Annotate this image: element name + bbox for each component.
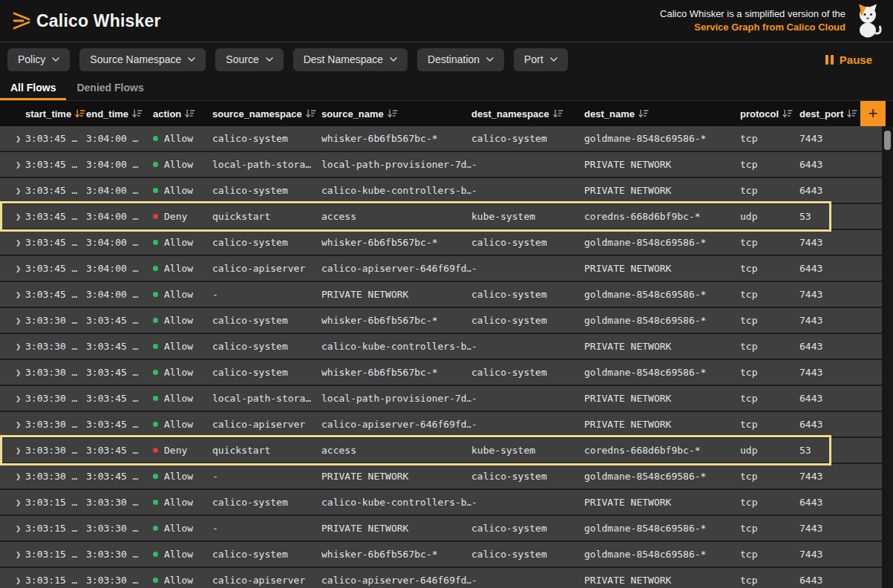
filter-dropdown-policy[interactable]: Policy [7, 48, 70, 71]
cell-dest-namespace: calico-system [471, 289, 584, 300]
sort-icon [306, 109, 316, 118]
pause-button[interactable]: Pause [821, 53, 877, 67]
cell-dest-port: 7443 [799, 237, 882, 248]
column-header-start_time[interactable]: start_time [25, 108, 86, 120]
flow-row[interactable]: ❯3:03:45 …3:04:00 …Allowcalico-systemwhi… [0, 126, 882, 151]
expand-chevron-icon[interactable]: ❯ [0, 368, 25, 378]
expand-chevron-icon[interactable]: ❯ [0, 549, 25, 560]
filter-dropdown-label: Source [226, 53, 258, 65]
column-header-source_namespace[interactable]: source_namespace [212, 108, 321, 120]
flow-row[interactable]: ❯3:03:45 …3:04:00 …Allowlocal-path-stora… [0, 152, 882, 177]
cell-start-time: 3:03:30 … [25, 471, 86, 482]
column-header-end_time[interactable]: end_time [86, 108, 153, 120]
filter-dropdown-dest-namespace[interactable]: Dest Namespace [293, 48, 408, 71]
flow-row[interactable]: ❯3:03:30 …3:03:45 …Denyquickstartaccessk… [0, 438, 882, 463]
expand-chevron-icon[interactable]: ❯ [0, 186, 25, 196]
filter-dropdown-label: Dest Namespace [304, 53, 383, 65]
action-label: Allow [164, 471, 193, 482]
cell-protocol: tcp [740, 237, 799, 248]
cell-dest-name: goldmane-8548c69586-* [584, 237, 740, 248]
expand-chevron-icon[interactable]: ❯ [0, 419, 25, 430]
flow-row[interactable]: ❯3:03:45 …3:04:00 …Allowcalico-apiserver… [0, 256, 882, 281]
expand-chevron-icon[interactable]: ❯ [0, 316, 25, 326]
cell-dest-namespace: calico-system [471, 471, 584, 482]
flow-row[interactable]: ❯3:03:30 …3:03:45 …Allowcalico-apiserver… [0, 412, 882, 437]
flow-row[interactable]: ❯3:03:45 …3:04:00 …Denyquickstartaccessk… [0, 204, 882, 229]
flow-row[interactable]: ❯3:03:15 …3:03:30 …Allowcalico-systemcal… [0, 490, 882, 514]
column-header-dest_namespace[interactable]: dest_namespace [471, 108, 584, 120]
expand-chevron-icon[interactable]: ❯ [0, 497, 25, 508]
cell-source-namespace: calico-system [212, 341, 321, 352]
scrollbar-thumb[interactable] [884, 131, 891, 150]
cell-end-time: 3:03:45 … [86, 341, 153, 352]
tab-label: Denied Flows [76, 82, 143, 94]
cell-protocol: tcp [740, 549, 799, 560]
cell-dest-name: goldmane-8548c69586-* [584, 549, 740, 560]
expand-chevron-icon[interactable]: ❯ [0, 342, 25, 352]
expand-chevron-icon[interactable]: ❯ [0, 445, 25, 456]
sort-icon [75, 109, 85, 118]
column-label: end_time [86, 108, 128, 120]
column-header-dest_name[interactable]: dest_name [584, 108, 740, 120]
flow-row[interactable]: ❯3:03:45 …3:04:00 …Allowcalico-systemcal… [0, 178, 882, 203]
cell-end-time: 3:03:45 … [86, 367, 153, 378]
cell-source-namespace: calico-system [212, 367, 321, 378]
cell-protocol: tcp [740, 133, 799, 144]
expand-chevron-icon[interactable]: ❯ [0, 523, 25, 534]
flow-row[interactable]: ❯3:03:30 …3:03:45 …Allow-PRIVATE NETWORK… [0, 464, 882, 489]
expand-chevron-icon[interactable]: ❯ [0, 264, 25, 274]
cell-end-time: 3:03:45 … [86, 419, 153, 430]
flow-row[interactable]: ❯3:03:15 …3:03:30 …Allowcalico-apiserver… [0, 568, 882, 588]
cell-protocol: tcp [740, 419, 799, 430]
flow-row[interactable]: ❯3:03:30 …3:03:45 …Allowcalico-systemwhi… [0, 308, 882, 333]
add-column-button[interactable]: + [860, 101, 886, 126]
flow-row[interactable]: ❯3:03:15 …3:03:30 …Allowcalico-systemwhi… [0, 542, 882, 566]
expand-chevron-icon[interactable]: ❯ [0, 575, 25, 586]
cell-action: Allow [153, 575, 212, 586]
action-label: Allow [164, 237, 193, 248]
filter-dropdown-source-namespace[interactable]: Source Namespace [79, 48, 206, 71]
cell-end-time: 3:03:45 … [86, 471, 153, 482]
flow-row[interactable]: ❯3:03:45 …3:04:00 …Allow-PRIVATE NETWORK… [0, 282, 882, 307]
cell-start-time: 3:03:15 … [25, 523, 86, 534]
cell-start-time: 3:03:15 … [25, 497, 86, 508]
expand-chevron-icon[interactable]: ❯ [0, 134, 25, 144]
cell-dest-name: coredns-668d6bf9bc-* [584, 211, 740, 222]
column-header-protocol[interactable]: protocol [740, 108, 799, 120]
expand-chevron-icon[interactable]: ❯ [0, 238, 25, 248]
scrollbar-track[interactable] [883, 126, 893, 588]
cell-end-time: 3:04:00 … [86, 133, 153, 144]
cell-source-name: local-path-provisioner-7d… [321, 393, 471, 404]
flow-row[interactable]: ❯3:03:15 …3:03:30 …Allow-PRIVATE NETWORK… [0, 516, 882, 540]
filter-dropdown-destination[interactable]: Destination [417, 48, 504, 71]
expand-chevron-icon[interactable]: ❯ [0, 290, 25, 300]
cell-dest-namespace: calico-system [471, 133, 584, 144]
flow-row[interactable]: ❯3:03:45 …3:04:00 …Allowcalico-systemwhi… [0, 230, 882, 255]
column-header-action[interactable]: action [153, 108, 212, 120]
header-right: Calico Whisker is a simplified version o… [660, 3, 883, 39]
action-status-dot [153, 162, 158, 167]
flow-row[interactable]: ❯3:03:30 …3:03:45 …Allowcalico-systemwhi… [0, 360, 882, 385]
expand-chevron-icon[interactable]: ❯ [0, 393, 25, 404]
filter-dropdown-source[interactable]: Source [215, 48, 283, 71]
tab-label: All Flows [10, 82, 56, 94]
cell-dest-namespace: - [471, 185, 584, 196]
expand-chevron-icon[interactable]: ❯ [0, 160, 25, 170]
cell-protocol: tcp [740, 341, 799, 352]
filter-dropdown-port[interactable]: Port [514, 48, 568, 71]
flow-row[interactable]: ❯3:03:30 …3:03:45 …Allowlocal-path-stora… [0, 386, 882, 411]
cell-source-name: local-path-provisioner-7d… [321, 159, 471, 170]
tab-denied-flows[interactable]: Denied Flows [66, 76, 154, 100]
tab-all-flows[interactable]: All Flows [0, 76, 66, 100]
cell-dest-name: PRIVATE NETWORK [584, 419, 740, 430]
cell-source-namespace: calico-system [212, 237, 321, 248]
column-header-dest_port[interactable]: dest_port [799, 108, 860, 120]
expand-chevron-icon[interactable]: ❯ [0, 212, 25, 222]
cell-dest-name: goldmane-8548c69586-* [584, 471, 740, 482]
flow-row[interactable]: ❯3:03:30 …3:03:45 …Allowcalico-systemcal… [0, 334, 882, 359]
column-header-source_name[interactable]: source_name [321, 108, 471, 120]
service-graph-link[interactable]: Service Graph from Calico Cloud [660, 21, 845, 34]
cell-action: Allow [153, 133, 212, 144]
cell-dest-name: goldmane-8548c69586-* [584, 289, 740, 300]
expand-chevron-icon[interactable]: ❯ [0, 471, 25, 482]
